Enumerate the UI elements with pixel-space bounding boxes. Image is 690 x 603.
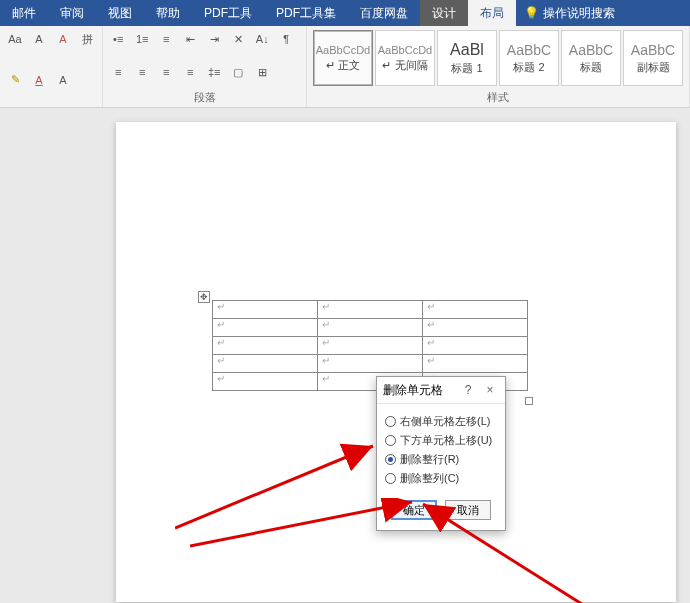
- dialog-title-text: 删除单元格: [383, 382, 455, 399]
- style-normal[interactable]: AaBbCcDd ↵ 正文: [313, 30, 373, 86]
- font-case-button[interactable]: Aa: [6, 30, 24, 48]
- radio-icon: [385, 416, 396, 427]
- style-gallery[interactable]: AaBbCcDd ↵ 正文 AaBbCcDd ↵ 无间隔 AaBl 标题 1 A…: [313, 30, 683, 86]
- table-row[interactable]: ↵↵↵: [213, 355, 528, 373]
- sort-button[interactable]: A↓: [253, 30, 271, 48]
- style-caption: 副标题: [637, 60, 670, 75]
- style-preview: AaBl: [450, 41, 484, 59]
- tab-pdf-toolset[interactable]: PDF工具集: [264, 0, 348, 26]
- radio-shift-left[interactable]: 右侧单元格左移(L): [385, 414, 497, 429]
- align-right-button[interactable]: ≡: [157, 63, 175, 81]
- multilevel-button[interactable]: ≡: [157, 30, 175, 48]
- table-move-handle[interactable]: ✥: [198, 291, 210, 303]
- tab-mail[interactable]: 邮件: [0, 0, 48, 26]
- style-caption: 标题 2: [513, 60, 544, 75]
- font-color-a-button[interactable]: A: [54, 30, 72, 48]
- group-label-paragraph: 段落: [109, 90, 300, 105]
- tab-help[interactable]: 帮助: [144, 0, 192, 26]
- char-border-button[interactable]: A: [54, 71, 72, 89]
- style-no-spacing[interactable]: AaBbCcDd ↵ 无间隔: [375, 30, 435, 86]
- ribbon-group-font: Aa A A 拼 ✎ A A: [0, 26, 103, 107]
- radio-shift-up[interactable]: 下方单元格上移(U): [385, 433, 497, 448]
- decrease-indent-button[interactable]: ⇤: [181, 30, 199, 48]
- ribbon-group-styles: AaBbCcDd ↵ 正文 AaBbCcDd ↵ 无间隔 AaBl 标题 1 A…: [307, 26, 690, 107]
- ribbon-panel: Aa A A 拼 ✎ A A •≡ 1≡ ≡ ⇤ ⇥ ✕ A↓ ¶ ≡ ≡ ≡ …: [0, 26, 690, 108]
- style-subtitle[interactable]: AaBbC 副标题: [623, 30, 683, 86]
- tab-design[interactable]: 设计: [420, 0, 468, 26]
- table-row[interactable]: ↵↵↵: [213, 301, 528, 319]
- tab-layout[interactable]: 布局: [468, 0, 516, 26]
- bullets-button[interactable]: •≡: [109, 30, 127, 48]
- tell-me-label: 操作说明搜索: [543, 5, 615, 22]
- radio-label: 下方单元格上移(U): [400, 433, 492, 448]
- style-preview: AaBbC: [569, 42, 613, 58]
- align-left-button[interactable]: ≡: [109, 63, 127, 81]
- increase-indent-button[interactable]: ⇥: [205, 30, 223, 48]
- style-title[interactable]: AaBbC 标题: [561, 30, 621, 86]
- radio-delete-col[interactable]: 删除整列(C): [385, 471, 497, 486]
- phonetic-guide-button[interactable]: 拼: [78, 30, 96, 48]
- tab-pdf-tools[interactable]: PDF工具: [192, 0, 264, 26]
- shading-button[interactable]: ▢: [229, 63, 247, 81]
- style-caption: 标题: [580, 60, 602, 75]
- tab-view[interactable]: 视图: [96, 0, 144, 26]
- show-marks-button[interactable]: ¶: [277, 30, 295, 48]
- tell-me-search[interactable]: 💡 操作说明搜索: [516, 5, 623, 22]
- tab-review[interactable]: 审阅: [48, 0, 96, 26]
- close-icon[interactable]: ×: [481, 381, 499, 399]
- radio-icon: [385, 473, 396, 484]
- radio-label: 右侧单元格左移(L): [400, 414, 490, 429]
- radio-label: 删除整行(R): [400, 452, 459, 467]
- ribbon-tabs: 邮件 审阅 视图 帮助 PDF工具 PDF工具集 百度网盘 设计 布局 💡 操作…: [0, 0, 690, 26]
- style-heading1[interactable]: AaBl 标题 1: [437, 30, 497, 86]
- table-row[interactable]: ↵↵↵: [213, 337, 528, 355]
- line-spacing-button[interactable]: ‡≡: [205, 63, 223, 81]
- justify-button[interactable]: ≡: [181, 63, 199, 81]
- radio-icon: [385, 454, 396, 465]
- style-preview: AaBbCcDd: [378, 44, 432, 56]
- style-preview: AaBbC: [631, 42, 675, 58]
- style-preview: AaBbCcDd: [316, 44, 370, 56]
- group-label-styles: 样式: [313, 90, 683, 105]
- cancel-button[interactable]: 取消: [445, 500, 491, 520]
- style-heading2[interactable]: AaBbC 标题 2: [499, 30, 559, 86]
- style-caption: ↵ 正文: [326, 58, 360, 73]
- table-resize-handle[interactable]: [525, 397, 533, 405]
- style-caption: 标题 1: [451, 61, 482, 76]
- font-color-button[interactable]: A: [30, 71, 48, 89]
- delete-cells-dialog: 删除单元格 ? × 右侧单元格左移(L) 下方单元格上移(U) 删除整行(R) …: [376, 376, 506, 531]
- help-icon[interactable]: ?: [459, 381, 477, 399]
- dialog-titlebar[interactable]: 删除单元格 ? ×: [377, 377, 505, 404]
- lightbulb-icon: 💡: [524, 6, 539, 20]
- ok-button[interactable]: 确定: [391, 500, 437, 520]
- tab-baidu-netdisk[interactable]: 百度网盘: [348, 0, 420, 26]
- style-preview: AaBbC: [507, 42, 551, 58]
- ribbon-group-paragraph: •≡ 1≡ ≡ ⇤ ⇥ ✕ A↓ ¶ ≡ ≡ ≡ ≡ ‡≡ ▢ ⊞ 段落: [103, 26, 307, 107]
- align-center-button[interactable]: ≡: [133, 63, 151, 81]
- table-row[interactable]: ↵↵↵: [213, 319, 528, 337]
- borders-button[interactable]: ⊞: [253, 63, 271, 81]
- numbering-button[interactable]: 1≡: [133, 30, 151, 48]
- radio-delete-row[interactable]: 删除整行(R): [385, 452, 497, 467]
- dialog-body: 右侧单元格左移(L) 下方单元格上移(U) 删除整行(R) 删除整列(C): [377, 404, 505, 494]
- style-caption: ↵ 无间隔: [382, 58, 427, 73]
- dialog-actions: 确定 取消: [377, 494, 505, 530]
- workspace: ✥ ↵↵↵ ↵↵↵ ↵↵↵ ↵↵↵ ↵↵↵ 删除单元格 ? × 右侧单元格左移(…: [0, 108, 690, 603]
- radio-label: 删除整列(C): [400, 471, 459, 486]
- clear-format-button[interactable]: A: [30, 30, 48, 48]
- highlight-button[interactable]: ✎: [6, 71, 24, 89]
- text-direction-button[interactable]: ✕: [229, 30, 247, 48]
- radio-icon: [385, 435, 396, 446]
